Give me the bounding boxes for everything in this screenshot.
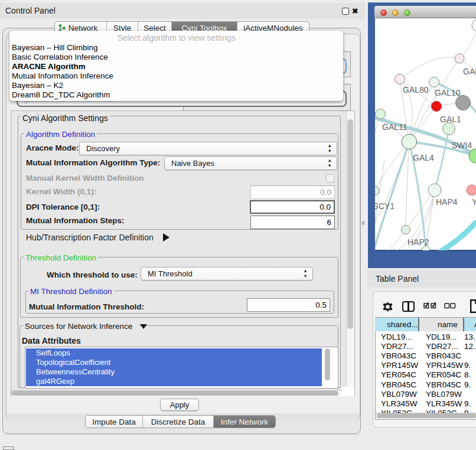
svg-text:SWI4: SWI4: [452, 141, 472, 150]
svg-text:GCY1: GCY1: [375, 201, 395, 211]
svg-text:GAL7: GAL7: [463, 67, 476, 76]
svg-text:GAL4: GAL4: [413, 153, 434, 162]
svg-text:GAL80: GAL80: [403, 85, 429, 94]
svg-text:GAL10: GAL10: [435, 88, 461, 97]
svg-text:Y: Y: [472, 197, 476, 207]
svg-text:GAL11: GAL11: [382, 122, 407, 132]
svg-text:HAP4: HAP4: [436, 197, 458, 207]
svg-text:GAL1: GAL1: [440, 115, 461, 124]
svg-text:HAP2: HAP2: [407, 237, 429, 247]
